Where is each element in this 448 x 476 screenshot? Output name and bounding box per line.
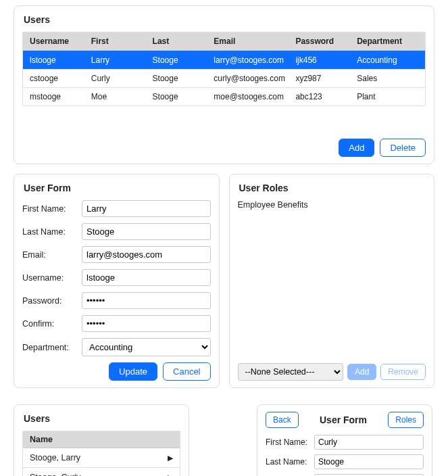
update-button[interactable]: Update xyxy=(109,362,157,381)
role-selector[interactable]: --None Selected--- xyxy=(238,363,343,381)
list-item-label: Stooge, Larry xyxy=(30,453,80,462)
cell: Sales xyxy=(357,74,418,83)
add-button[interactable]: Add xyxy=(339,139,374,157)
cancel-button[interactable]: Cancel xyxy=(163,362,210,381)
cell: xyz987 xyxy=(295,74,357,83)
col-email[interactable]: Email xyxy=(214,37,295,46)
mini-users-panel: Users Name Stooge, Larry▶Stooge, Curly▶S… xyxy=(14,404,189,476)
cell: Plant xyxy=(357,92,418,101)
list-item[interactable]: Stooge, Larry▶ xyxy=(23,448,180,467)
delete-button[interactable]: Delete xyxy=(380,139,426,157)
user-form-panel: User Form First Name: Last Name: Email: … xyxy=(14,174,220,388)
username-label: Username: xyxy=(22,273,82,283)
grid-spacer xyxy=(22,106,426,133)
user-form-buttons: Update Cancel xyxy=(22,362,211,381)
user-roles-title: User Roles xyxy=(239,183,426,193)
department-label: Department: xyxy=(22,343,82,352)
detail-first-name-input[interactable] xyxy=(314,435,424,450)
role-add-button[interactable]: Add xyxy=(347,364,376,380)
col-last[interactable]: Last xyxy=(153,37,214,46)
roles-footer: --None Selected--- Add Remove xyxy=(238,363,426,381)
confirm-input[interactable] xyxy=(82,315,211,332)
mini-users-list: Name Stooge, Larry▶Stooge, Curly▶Stooge,… xyxy=(22,431,180,476)
users-grid-header: Username First Last Email Password Depar… xyxy=(23,32,425,51)
user-form-title: User Form xyxy=(24,183,211,193)
last-name-label: Last Name: xyxy=(22,227,82,237)
detail-first-name-label: First Name: xyxy=(266,437,314,447)
table-row[interactable]: mstoogeMoeStoogemoe@stooges.comabc123Pla… xyxy=(23,87,425,105)
users-grid-title: Users xyxy=(24,14,426,25)
cell: curly@stooges.com xyxy=(214,74,295,83)
cell: Stooge xyxy=(153,55,214,65)
password-label: Password: xyxy=(22,296,82,306)
last-name-input[interactable] xyxy=(82,223,211,240)
cell: Stooge xyxy=(153,92,214,101)
users-grid-panel: Users Username First Last Email Password… xyxy=(14,5,434,164)
mini-col-name[interactable]: Name xyxy=(23,431,180,448)
table-row[interactable]: cstoogeCurlyStoogecurly@stooges.comxyz98… xyxy=(23,69,425,87)
detail-last-name-label: Last Name: xyxy=(266,457,314,467)
email-label: Email: xyxy=(22,250,82,260)
cell: moe@stooges.com xyxy=(214,92,295,101)
chevron-right-icon: ▶ xyxy=(168,473,173,477)
cell: larry@stooges.com xyxy=(214,55,295,65)
username-input[interactable] xyxy=(82,269,211,286)
cell: abc123 xyxy=(295,92,357,101)
password-input[interactable] xyxy=(82,292,211,309)
role-item[interactable]: Employee Benefits xyxy=(238,200,426,210)
cell: Stooge xyxy=(153,74,214,83)
department-select[interactable]: Accounting xyxy=(82,338,211,356)
back-button[interactable]: Back xyxy=(266,412,299,428)
role-remove-button[interactable]: Remove xyxy=(380,364,426,380)
first-name-input[interactable] xyxy=(82,200,211,217)
chevron-right-icon: ▶ xyxy=(168,454,173,462)
cell: mstooge xyxy=(30,92,91,101)
detail-form-title: User Form xyxy=(320,414,367,425)
users-grid-buttons: Add Delete xyxy=(22,139,426,157)
cell: Curly xyxy=(91,74,153,83)
email-input[interactable] xyxy=(82,246,211,263)
table-row[interactable]: lstoogeLarryStoogelarry@stooges.comijk45… xyxy=(23,51,425,69)
roles-list: Employee Benefits xyxy=(238,200,426,292)
cell: Larry xyxy=(91,55,153,65)
users-grid: Username First Last Email Password Depar… xyxy=(22,32,426,106)
detail-form-panel: Back User Form Roles First Name: Last Na… xyxy=(257,404,432,476)
detail-last-name-input[interactable] xyxy=(314,454,424,469)
col-username[interactable]: Username xyxy=(30,37,91,46)
cell: ijk456 xyxy=(295,55,357,65)
cell: lstooge xyxy=(30,55,91,65)
mini-users-title: Users xyxy=(24,413,180,424)
list-item[interactable]: Stooge, Curly▶ xyxy=(23,467,180,476)
col-first[interactable]: First xyxy=(91,37,153,46)
cell: Accounting xyxy=(357,55,418,65)
user-roles-panel: User Roles Employee Benefits --None Sele… xyxy=(229,174,435,388)
list-item-label: Stooge, Curly xyxy=(30,473,81,476)
confirm-label: Confirm: xyxy=(22,319,82,329)
cell: cstooge xyxy=(30,74,91,83)
roles-button[interactable]: Roles xyxy=(388,412,424,428)
first-name-label: First Name: xyxy=(22,204,82,214)
cell: Moe xyxy=(91,92,153,101)
col-password[interactable]: Password xyxy=(295,37,357,46)
col-department[interactable]: Department xyxy=(357,37,418,46)
